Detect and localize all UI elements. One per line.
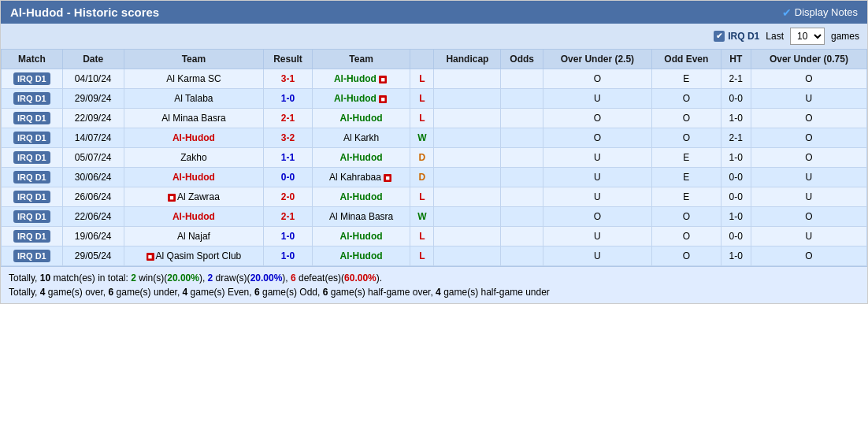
team2-cell: Al-Hudod [312,247,410,266]
league-filter-label: ✔ IRQ D1 [714,31,759,42]
col-team2: Team [312,50,410,69]
wdl-value: L [419,93,425,104]
match-cell: IRQ D1 [2,247,63,266]
team2-cell: Al Minaa Basra [312,207,410,227]
score-cell: 1-0 [264,227,313,247]
odd-even-cell: O [651,128,721,148]
team2-cell: Al-Hudod [312,148,410,168]
col-match: Match [2,50,63,69]
score-value: 0-0 [281,172,295,183]
team1-cell: Al-Hudod [124,168,264,187]
team1-name: Zakho [180,152,206,163]
handicap-cell [434,89,501,109]
wdl-cell: W [410,128,434,148]
over-under-cell: O [543,109,651,128]
red-card-icon: ■ [379,95,387,103]
date-cell: 04/10/24 [62,69,124,89]
handicap-cell [434,69,501,89]
odd-even-cell: O [651,109,721,128]
over-under-cell: O [543,207,651,227]
handicap-cell [434,168,501,187]
odds-cell [501,128,543,148]
match-cell: IRQ D1 [2,109,63,128]
games-select[interactable]: 10 20 30 [790,28,825,45]
header-right: ✔ Display Notes [782,6,858,19]
over-under-cell: U [543,187,651,207]
match-badge: IRQ D1 [13,112,50,124]
score-value: 3-2 [281,132,295,143]
odd-even-cell: O [651,227,721,247]
score-cell: 3-1 [264,69,313,89]
date-cell: 29/09/24 [62,89,124,109]
match-badge: IRQ D1 [13,191,50,203]
over-under2-cell: U [751,187,866,207]
ht-cell: 2-1 [721,128,751,148]
odds-cell [501,69,543,89]
over-under-cell: U [543,247,651,266]
team1-cell: Al Minaa Basra [124,109,264,128]
odds-cell [501,89,543,109]
red-card-icon: ■ [384,174,391,182]
display-notes-toggle[interactable]: ✔ Display Notes [782,6,858,19]
over-under-cell: O [543,128,651,148]
match-badge: IRQ D1 [13,210,50,223]
odds-cell [501,168,543,187]
handicap-cell [434,128,501,148]
score-value: 2-1 [281,113,295,124]
score-value: 2-0 [281,191,295,202]
wdl-cell: L [410,69,434,89]
date-cell: 22/06/24 [62,207,124,227]
match-cell: IRQ D1 [2,207,63,227]
team2-cell: Al-Hudod ■ [312,69,410,89]
red-card-icon: ■ [147,253,154,261]
header: Al-Hudod - Historic scores ✔ Display Not… [1,1,867,24]
team1-name: Al-Hudod [172,172,215,183]
team2-cell: Al Kahrabaa ■ [312,168,410,187]
col-over-under2: Over Under (0.75) [751,50,866,69]
match-cell: IRQ D1 [2,187,63,207]
odd-even-cell: E [651,168,721,187]
over-under-cell: U [543,148,651,168]
col-ht: HT [721,50,751,69]
page-title: Al-Hudod - Historic scores [10,6,159,19]
over-under-cell: O [543,69,651,89]
team2-name: Al Minaa Basra [329,211,393,222]
team2-name: Al-Hudod [340,250,383,261]
col-odds: Odds [501,50,543,69]
over-under2-cell: O [751,247,866,266]
team1-name: Al Talaba [174,93,213,104]
team1-name: Al Karma SC [166,73,221,84]
scores-table: Match Date Team Result Team Handicap Odd… [1,49,867,266]
odd-even-cell: E [651,187,721,207]
wdl-value: L [419,191,425,202]
wdl-value: D [419,172,426,183]
wdl-cell: L [410,227,434,247]
match-badge: IRQ D1 [13,92,50,105]
table-row: IRQ D104/10/24Al Karma SC3-1Al-Hudod ■LO… [2,69,867,89]
match-cell: IRQ D1 [2,148,63,168]
team1-cell: Al Karma SC [124,69,264,89]
date-cell: 29/05/24 [62,247,124,266]
team2-name: Al-Hudod [340,152,383,163]
score-cell: 1-1 [264,148,313,168]
footer-line1: Totally, 10 match(es) in total: 2 win(s)… [9,271,859,285]
col-date: Date [62,50,124,69]
odds-cell [501,227,543,247]
wdl-cell: W [410,207,434,227]
over-under-cell: U [543,168,651,187]
checkbox-icon[interactable]: ✔ [714,31,725,42]
display-notes-label: Display Notes [795,6,858,18]
odd-even-cell: O [651,247,721,266]
team1-cell: Zakho [124,148,264,168]
table-row: IRQ D129/05/24■Al Qasim Sport Club1-0Al-… [2,247,867,266]
ht-cell: 0-0 [721,168,751,187]
date-cell: 26/06/24 [62,187,124,207]
check-icon: ✔ [782,6,792,19]
team1-name: Al-Hudod [172,132,215,143]
filter-bar: ✔ IRQ D1 Last 10 20 30 games [1,24,867,49]
match-cell: IRQ D1 [2,227,63,247]
date-cell: 05/07/24 [62,148,124,168]
team2-name: Al-Hudod [334,93,377,104]
ht-cell: 0-0 [721,187,751,207]
date-cell: 22/09/24 [62,109,124,128]
